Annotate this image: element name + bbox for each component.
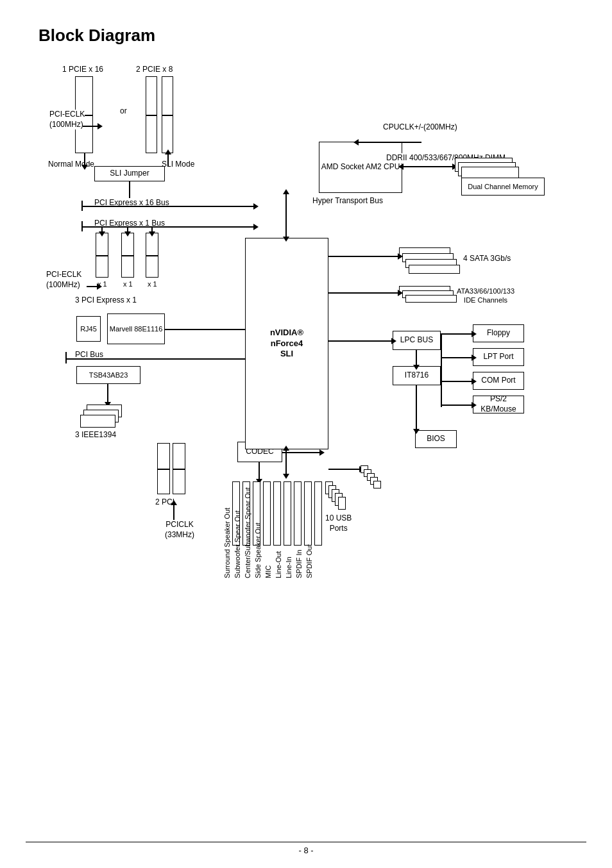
pci-express-1-bus-line	[81, 226, 255, 228]
sata-4	[409, 265, 460, 274]
tsb-arrow	[107, 384, 108, 403]
tsb-box: TSB43AB23	[76, 366, 140, 384]
audio-jack-4	[263, 481, 271, 546]
audio-label-3: Center/Subwoofer Spear Out	[244, 487, 251, 578]
it-ps2-arrow	[441, 405, 473, 406]
audio-label-8: SPDIF In	[295, 549, 303, 578]
pci-bus-line	[65, 358, 258, 360]
pci-bus-left	[65, 352, 67, 363]
cpuclk-label: CPUCLK+/-(200MHz)	[383, 122, 457, 133]
sli-mode-label: SLI Mode	[162, 160, 194, 170]
sli-mode-arrow	[167, 153, 169, 166]
cpuclk-arrow	[357, 142, 421, 143]
or-label: or	[120, 106, 127, 117]
pcie-x16-label: 1 PCIE x 16	[62, 65, 103, 75]
pci-slot-2-div	[173, 469, 185, 470]
footer-line	[26, 842, 586, 842]
x1-slot3-arrow	[151, 226, 153, 233]
it-floppy-arrow	[441, 333, 473, 335]
pci-eclk-mid-label: PCI-ECLK(100MHz)	[46, 270, 81, 290]
audio-jack-6	[284, 481, 291, 546]
pci-slot-1-div	[157, 469, 170, 470]
slot-divider3	[162, 115, 173, 116]
sli-jumper-box: SLI Jumper	[94, 166, 165, 181]
pci-express-16-bus-left	[81, 201, 83, 211]
ps2-box: PS/2 KB/Mouse	[473, 396, 524, 413]
x1-slot-1-div	[96, 255, 108, 256]
audio-label-2: Subwoofer Spear Out	[234, 510, 241, 578]
x1-label-2: x 1	[123, 280, 133, 288]
sata-arrow	[328, 256, 399, 257]
pci-express-1-bus-left	[81, 221, 83, 231]
lpc-to-it-arrow	[416, 350, 417, 366]
audio-jack-8	[304, 481, 312, 546]
ide-label: ATA33/66/100/133IDE Channels	[457, 287, 514, 305]
usb-jack-e	[373, 481, 381, 488]
x1-slot1-arrow	[101, 226, 103, 233]
bios-box: BIOS	[415, 430, 457, 448]
normal-mode-arrow	[84, 153, 85, 166]
marvell-arrow	[165, 329, 258, 330]
pci-eclk-top-label: PCI-ECLK(100MHz)	[49, 110, 85, 129]
lpt-box: LPT Port	[473, 348, 524, 366]
page: Block Diagram 1 PCIE x 16 2 PCIE x 8 or …	[0, 0, 612, 868]
audio-label-1: Surround Speaker Out	[223, 508, 231, 578]
x1-slot-2-div	[121, 255, 134, 256]
page-title: Block Diagram	[38, 26, 574, 46]
nvidia-codec-v-arrow	[285, 449, 287, 475]
block-diagram: 1 PCIE x 16 2 PCIE x 8 or PCI-ECLK(100MH…	[43, 58, 569, 815]
ide-3	[405, 295, 457, 303]
it-vertical-line	[441, 333, 442, 407]
usb-nvidia-arrow	[328, 469, 361, 470]
lpc-bus-box: LPC BUS	[393, 331, 441, 350]
it-lpt-arrow	[441, 357, 473, 358]
ddrii-arrow	[402, 166, 454, 167]
pci-eclk-mid-arrow	[87, 286, 98, 287]
pci-express-16-bus-line	[81, 206, 255, 207]
pci-eclk-arrow	[83, 126, 99, 127]
x1-label-3: x 1	[148, 280, 157, 288]
usb-5	[338, 497, 346, 510]
ieee1394-label: 3 IEEE1394	[75, 430, 116, 440]
ieee-box-3	[80, 415, 115, 428]
audio-label-7: Line-In	[285, 556, 293, 578]
ide-arrow	[328, 292, 399, 294]
x1-slot-3-div	[146, 255, 158, 256]
marvell-box: Marvell 88E1116	[107, 313, 165, 344]
pcie-x8-label: 2 PCIE x 8	[136, 65, 173, 75]
audio-label-4: Side Speaker Out	[254, 522, 262, 578]
page-number: - 8 -	[298, 846, 313, 855]
audio-jack-5	[273, 481, 281, 546]
amd-cpu-box: AMD Socket AM2 CPU	[319, 142, 402, 193]
audio-jack-9	[314, 481, 322, 546]
pciclk-label: PCICLK(33MHz)	[165, 520, 194, 540]
audio-label-5: MIC	[264, 565, 272, 578]
sli-jumper-arrow	[129, 181, 130, 199]
codec-nvidia-arrow	[282, 452, 321, 453]
hyper-transport-label: Hyper Transport Bus	[312, 196, 383, 206]
audio-jack-7	[294, 481, 302, 546]
codec-arrow	[259, 462, 260, 480]
audio-label-6: Line-Out	[275, 551, 282, 578]
com-box: COM Port	[473, 372, 524, 390]
audio-label-9: SPDIF Out	[305, 544, 313, 578]
nvidia-box: nVIDIA®nForce4SLI	[245, 238, 328, 449]
usb-label: 10 USBPorts	[325, 513, 352, 533]
dual-channel-box: Dual Channel Memory	[461, 178, 545, 196]
sata-label: 4 SATA 3Gb/s	[463, 254, 511, 264]
x1-slot2-arrow	[127, 226, 128, 233]
pci-express-3-label: 3 PCI Express x 1	[75, 296, 137, 306]
slot-divider2	[146, 115, 157, 116]
it-com-arrow	[441, 381, 473, 382]
rj45-box: RJ45	[76, 316, 101, 342]
it-bios-arrow	[416, 385, 417, 430]
lpc-bus-arrow	[328, 340, 393, 342]
hyper-transport-arrow	[285, 193, 287, 238]
pciclk-arrow	[173, 504, 174, 520]
floppy-box: Floppy	[473, 324, 524, 342]
